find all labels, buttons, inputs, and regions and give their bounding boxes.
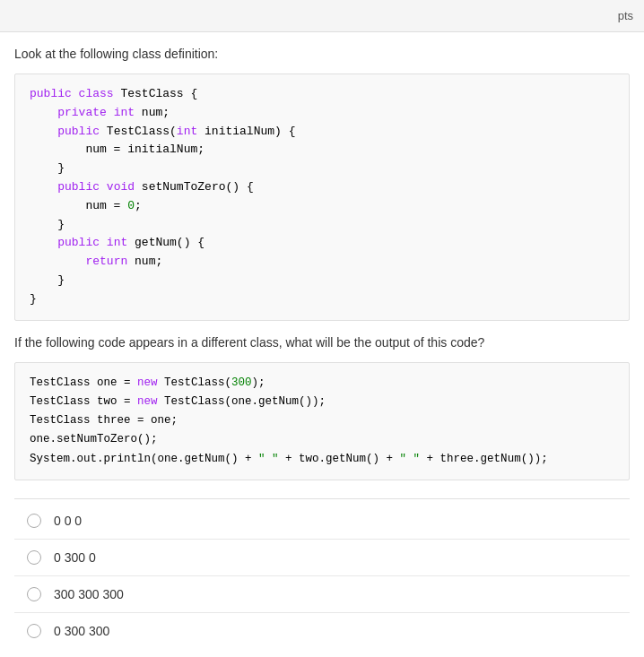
option-radio-4[interactable] (27, 624, 41, 638)
option-row-1[interactable]: 0 0 0 (14, 503, 630, 540)
divider (14, 498, 630, 499)
run-code-block: TestClass one = new TestClass(300); Test… (14, 362, 630, 480)
run-line-5: System.out.println(one.getNum() + " " + … (30, 453, 548, 465)
option-row-3[interactable]: 300 300 300 (14, 576, 630, 613)
code-line-2: private int num; (30, 106, 170, 119)
option-label-2: 0 300 0 (54, 550, 96, 565)
option-label-4: 0 300 300 (54, 624, 109, 638)
option-row-2[interactable]: 0 300 0 (14, 540, 630, 576)
code-line-6: public void setNumToZero() { (30, 180, 254, 194)
code-line-7: num = 0; (30, 199, 142, 212)
option-label-1: 0 0 0 (54, 514, 82, 528)
code-line-8: } (30, 218, 65, 231)
pts-label: pts (618, 9, 633, 22)
question-text: If the following code appears in a diffe… (14, 335, 630, 350)
option-radio-2[interactable] (27, 550, 41, 565)
code-line-5: } (30, 161, 65, 175)
code-line-9: public int getNum() { (30, 236, 205, 249)
code-line-4: num = initialNum; (30, 143, 205, 156)
class-definition-code: public class TestClass { private int num… (14, 73, 630, 321)
instruction-text: Look at the following class definition: (14, 47, 630, 61)
run-line-2: TestClass two = new TestClass(one.getNum… (30, 395, 326, 408)
code-line-11: } (30, 273, 65, 287)
run-line-3: TestClass three = one; (30, 414, 178, 427)
options-section: 0 0 0 0 300 0 300 300 300 0 300 300 (14, 503, 630, 649)
top-bar: pts (0, 0, 644, 32)
option-radio-1[interactable] (27, 514, 41, 528)
option-radio-3[interactable] (27, 587, 41, 601)
run-line-1: TestClass one = new TestClass(300); (30, 376, 265, 389)
code-line-3: public TestClass(int initialNum) { (30, 125, 295, 138)
code-line-12: } (30, 292, 37, 306)
code-line-10: return num; (30, 255, 162, 268)
code-line-1: public class TestClass { (30, 87, 197, 100)
option-row-4[interactable]: 0 300 300 (14, 613, 630, 649)
option-label-3: 300 300 300 (54, 587, 124, 601)
content-area: Look at the following class definition: … (0, 32, 644, 657)
run-line-4: one.setNumToZero(); (30, 433, 158, 445)
